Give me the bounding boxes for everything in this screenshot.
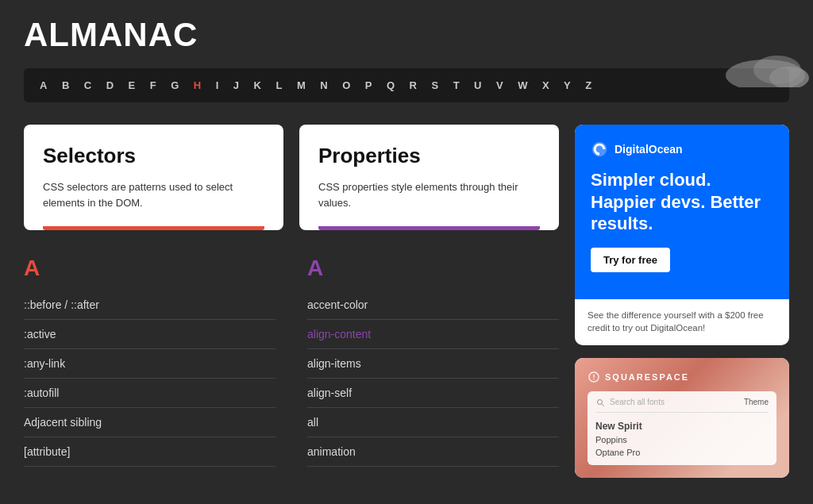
right-sidebar: DigitalOcean Simpler cloud. Happier devs…	[575, 125, 789, 491]
selectors-card-border	[43, 226, 264, 230]
alpha-letter-a[interactable]: A	[40, 79, 48, 91]
alpha-letter-t[interactable]: T	[453, 79, 460, 91]
selector-list-item[interactable]: :any-link	[24, 349, 275, 379]
properties-card-border	[318, 226, 540, 230]
squarespace-ad[interactable]: SQUARESPACE Search all fonts Theme New S…	[575, 358, 789, 478]
alpha-letter-y[interactable]: Y	[564, 79, 571, 91]
digitalocean-ad[interactable]: DigitalOcean Simpler cloud. Happier devs…	[575, 125, 789, 345]
properties-index-column: A accent-coloralign-contentalign-itemsal…	[307, 256, 559, 467]
search-icon	[595, 398, 605, 407]
alpha-letter-l[interactable]: L	[275, 79, 282, 91]
properties-card-description: CSS properties style elements through th…	[318, 179, 540, 210]
properties-card[interactable]: Properties CSS properties style elements…	[299, 125, 559, 230]
properties-index-list: accent-coloralign-contentalign-itemsalig…	[307, 290, 559, 467]
property-list-item[interactable]: align-self	[307, 379, 559, 408]
alpha-letter-c[interactable]: C	[84, 79, 92, 91]
properties-card-title: Properties	[318, 144, 540, 168]
squarespace-logo-icon	[588, 371, 600, 383]
cards-row: Selectors CSS selectors are patterns use…	[24, 125, 559, 230]
selectors-card-description: CSS selectors are patterns used to selec…	[43, 179, 264, 210]
alpha-letter-e[interactable]: E	[129, 79, 136, 91]
alpha-letter-v[interactable]: V	[496, 79, 503, 91]
alpha-letter-x[interactable]: X	[542, 79, 549, 91]
selectors-card-title: Selectors	[43, 144, 264, 168]
squarespace-font-3: Optane Pro	[595, 446, 769, 459]
alpha-letter-j[interactable]: J	[233, 79, 240, 91]
selectors-index-column: A ::before / ::after:active:any-link:aut…	[24, 256, 275, 467]
alpha-letter-f[interactable]: F	[150, 79, 156, 91]
alpha-letter-n[interactable]: N	[320, 79, 328, 91]
site-title: ALMANAC	[24, 16, 789, 54]
property-list-item[interactable]: align-items	[307, 349, 559, 379]
alpha-letter-i[interactable]: I	[216, 79, 219, 91]
property-list-item[interactable]: accent-color	[307, 290, 559, 320]
selector-list-item[interactable]: ::before / ::after	[24, 290, 275, 320]
digitalocean-headline: Simpler cloud. Happier devs. Better resu…	[591, 169, 773, 235]
alpha-letter-z[interactable]: Z	[585, 79, 591, 91]
left-panel: Selectors CSS selectors are patterns use…	[24, 125, 559, 491]
squarespace-font-2: Poppins	[595, 433, 769, 446]
squarespace-theme-label: Theme	[744, 398, 769, 406]
alpha-letter-k[interactable]: K	[254, 79, 262, 91]
alpha-letter-q[interactable]: Q	[387, 79, 395, 91]
digitalocean-brand-name: DigitalOcean	[615, 143, 683, 156]
alpha-letter-o[interactable]: O	[342, 79, 351, 91]
selector-list-item[interactable]: :autofill	[24, 379, 275, 408]
squarespace-font-1: New Spirit	[595, 419, 769, 433]
alpha-letter-h[interactable]: H	[194, 79, 202, 91]
squarespace-content: Search all fonts Theme New Spirit Poppin…	[588, 391, 776, 465]
alpha-letter-b[interactable]: B	[62, 79, 70, 91]
squarespace-font-list: New Spirit Poppins Optane Pro	[595, 419, 769, 459]
index-section: A ::before / ::after:active:any-link:aut…	[24, 256, 559, 467]
property-list-item[interactable]: animation	[307, 437, 559, 467]
alphabet-nav: ABCDEFGHIJKLMNOPQRSTUVWXYZ	[24, 68, 789, 102]
properties-index-letter: A	[307, 256, 559, 281]
selectors-index-list: ::before / ::after:active:any-link:autof…	[24, 290, 275, 467]
digitalocean-logo-icon	[591, 140, 608, 158]
alpha-letter-u[interactable]: U	[474, 79, 482, 91]
selectors-index-letter: A	[24, 256, 275, 281]
property-list-item[interactable]: align-content	[307, 320, 559, 349]
alpha-letter-m[interactable]: M	[297, 79, 306, 91]
alpha-letter-r[interactable]: R	[410, 79, 418, 91]
alpha-letter-p[interactable]: P	[365, 79, 372, 91]
squarespace-search-placeholder: Search all fonts	[610, 398, 665, 406]
alpha-letter-d[interactable]: D	[106, 79, 114, 91]
digitalocean-subtext: See the difference yourself with a $200 …	[575, 299, 789, 345]
alpha-letter-s[interactable]: S	[431, 79, 438, 91]
selector-list-item[interactable]: Adjacent sibling	[24, 408, 275, 437]
selectors-card[interactable]: Selectors CSS selectors are patterns use…	[24, 125, 283, 230]
property-list-item[interactable]: all	[307, 408, 559, 437]
alpha-letter-w[interactable]: W	[518, 79, 528, 91]
selector-list-item[interactable]: :active	[24, 320, 275, 349]
squarespace-brand-name: SQUARESPACE	[605, 372, 689, 382]
digitalocean-cta-button[interactable]: Try for free	[591, 248, 670, 272]
alpha-letter-g[interactable]: G	[171, 79, 179, 91]
selector-list-item[interactable]: [attribute]	[24, 437, 275, 467]
